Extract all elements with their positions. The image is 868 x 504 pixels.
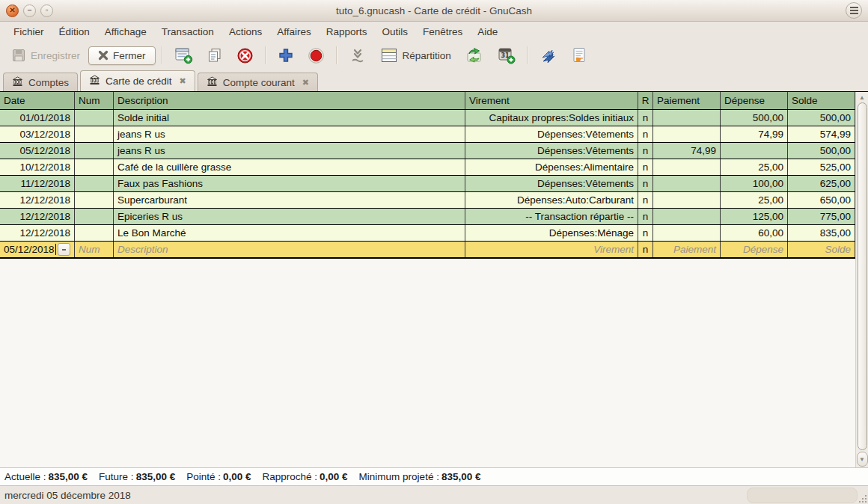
cell-num[interactable] [75, 110, 114, 126]
cell-date[interactable]: 01/01/2018 [0, 110, 75, 126]
column-header-r[interactable]: R [638, 92, 653, 109]
cell-paiement[interactable] [653, 192, 721, 208]
cell-num[interactable] [75, 209, 114, 224]
cell-virement[interactable]: Dépenses:Ménage [465, 225, 638, 241]
edit-num-cell[interactable]: Num [75, 242, 114, 257]
cell-date[interactable]: 12/12/2018 [0, 225, 75, 241]
transaction-row[interactable]: 01/01/2018 Solde initial Capitaux propre… [0, 110, 855, 126]
edit-reconcile-cell[interactable]: n [638, 242, 653, 257]
cell-num[interactable] [75, 143, 114, 159]
tab-close-icon[interactable]: ✖ [180, 76, 186, 86]
column-header-depense[interactable]: Dépense [721, 92, 788, 109]
cell-depense[interactable]: 74,99 [721, 126, 788, 142]
window-menu-icon[interactable] [846, 2, 862, 19]
cell-reconcile[interactable]: n [638, 225, 653, 241]
date-picker-button[interactable] [58, 243, 70, 256]
close-register-button[interactable]: Fermer [88, 46, 156, 65]
delete-transaction-button[interactable] [231, 44, 259, 67]
cell-description[interactable]: jeans R us [114, 126, 465, 142]
cell-description[interactable]: Le Bon Marché [114, 225, 465, 241]
new-transaction-button[interactable] [169, 43, 198, 67]
menu-rapports[interactable]: Rapports [319, 24, 375, 40]
edit-paiement-cell[interactable]: Paiement [653, 242, 721, 257]
cell-paiement[interactable] [653, 126, 721, 142]
edit-row[interactable]: 05/12/2018 Num Description Virement n Pa… [0, 242, 855, 259]
resize-grip[interactable] [858, 494, 867, 503]
transaction-row[interactable]: 05/12/2018 jeans R us Dépenses:Vêtements… [0, 143, 855, 159]
cell-solde[interactable]: 574,99 [788, 126, 855, 142]
menu-transaction[interactable]: Transaction [154, 24, 221, 40]
column-header-date[interactable]: Date [0, 92, 75, 109]
cell-date[interactable]: 03/12/2018 [0, 126, 75, 142]
cell-description[interactable]: Supercarburant [114, 192, 465, 208]
menu-aide[interactable]: Aide [470, 24, 505, 40]
cell-reconcile[interactable]: n [638, 209, 653, 224]
cell-paiement[interactable] [653, 225, 721, 241]
transfer-button[interactable] [459, 43, 489, 67]
transaction-row[interactable]: 12/12/2018 Le Bon Marché Dépenses:Ménage… [0, 225, 855, 242]
cell-description[interactable]: Café de la cuillère grasse [114, 159, 465, 175]
cell-date[interactable]: 10/12/2018 [0, 159, 75, 175]
cell-reconcile[interactable]: n [638, 192, 653, 208]
cell-reconcile[interactable]: n [638, 110, 653, 126]
cell-virement[interactable]: Dépenses:Vêtements [465, 126, 638, 142]
cell-solde[interactable]: 775,00 [788, 209, 855, 224]
save-button[interactable]: Enregistrer [6, 45, 85, 66]
cell-date[interactable]: 12/12/2018 [0, 209, 75, 224]
menu-fichier[interactable]: Fichier [6, 24, 52, 40]
window-minimize-button[interactable]: – [23, 4, 36, 17]
cell-virement[interactable]: Dépenses:Vêtements [465, 176, 638, 191]
cell-date[interactable]: 05/12/2018 [0, 143, 75, 159]
transaction-row[interactable]: 12/12/2018 Epiceries R us -- Transaction… [0, 209, 855, 225]
cell-num[interactable] [75, 225, 114, 241]
cell-solde[interactable]: 500,00 [788, 110, 855, 126]
transaction-row[interactable]: 11/12/2018 Faux pas Fashions Dépenses:Vê… [0, 176, 855, 192]
tab-compte-courant[interactable]: Compte courant ✖ [198, 73, 318, 91]
edit-solde-cell[interactable]: Solde [788, 242, 855, 257]
cell-num[interactable] [75, 192, 114, 208]
cancel-transaction-button[interactable] [302, 44, 330, 67]
edit-description-cell[interactable]: Description [114, 242, 465, 257]
transaction-row[interactable]: 10/12/2018 Café de la cuillère grasse Dé… [0, 159, 855, 176]
cell-solde[interactable]: 525,00 [788, 159, 855, 175]
scroll-down-icon[interactable]: ▼ [857, 452, 868, 467]
split-transaction-button[interactable]: Répartition [375, 44, 456, 67]
cell-reconcile[interactable]: n [638, 126, 653, 142]
cell-reconcile[interactable]: n [638, 143, 653, 159]
cell-description[interactable]: Epiceries R us [114, 209, 465, 224]
tab-comptes[interactable]: Comptes [3, 73, 78, 91]
cell-depense[interactable] [721, 143, 788, 159]
menu-edition[interactable]: Édition [52, 24, 97, 40]
cell-virement[interactable]: Dépenses:Alimentaire [465, 159, 638, 175]
menu-actions[interactable]: Actions [221, 24, 269, 40]
cell-solde[interactable]: 650,00 [788, 192, 855, 208]
cell-depense[interactable]: 100,00 [721, 176, 788, 191]
edit-virement-cell[interactable]: Virement [465, 242, 638, 257]
column-header-virement[interactable]: Virement [465, 92, 638, 109]
vertical-scrollbar[interactable]: ▲ ▼ [855, 92, 868, 467]
cell-solde[interactable]: 500,00 [788, 143, 855, 159]
cell-paiement[interactable]: 74,99 [653, 143, 721, 159]
cell-num[interactable] [75, 159, 114, 175]
cell-solde[interactable]: 625,00 [788, 176, 855, 191]
transaction-row[interactable]: 03/12/2018 jeans R us Dépenses:Vêtements… [0, 126, 855, 143]
cell-depense[interactable]: 25,00 [721, 192, 788, 208]
duplicate-transaction-button[interactable] [201, 44, 228, 67]
cell-num[interactable] [75, 126, 114, 142]
cell-virement[interactable]: Dépenses:Auto:Carburant [465, 192, 638, 208]
blank-transaction-button[interactable] [343, 44, 372, 67]
cell-depense[interactable]: 60,00 [721, 225, 788, 241]
menu-outils[interactable]: Outils [374, 24, 415, 40]
cell-paiement[interactable] [653, 209, 721, 224]
edit-date-cell[interactable]: 05/12/2018 [0, 242, 75, 257]
window-close-button[interactable]: ✕ [6, 4, 19, 17]
cell-reconcile[interactable]: n [638, 176, 653, 191]
cell-depense[interactable]: 25,00 [721, 159, 788, 175]
column-header-solde[interactable]: Solde [788, 92, 855, 109]
cell-date[interactable]: 11/12/2018 [0, 176, 75, 191]
cell-description[interactable]: jeans R us [114, 143, 465, 159]
cell-solde[interactable]: 835,00 [788, 225, 855, 241]
cell-num[interactable] [75, 176, 114, 191]
cell-paiement[interactable] [653, 110, 721, 126]
cell-date[interactable]: 12/12/2018 [0, 192, 75, 208]
